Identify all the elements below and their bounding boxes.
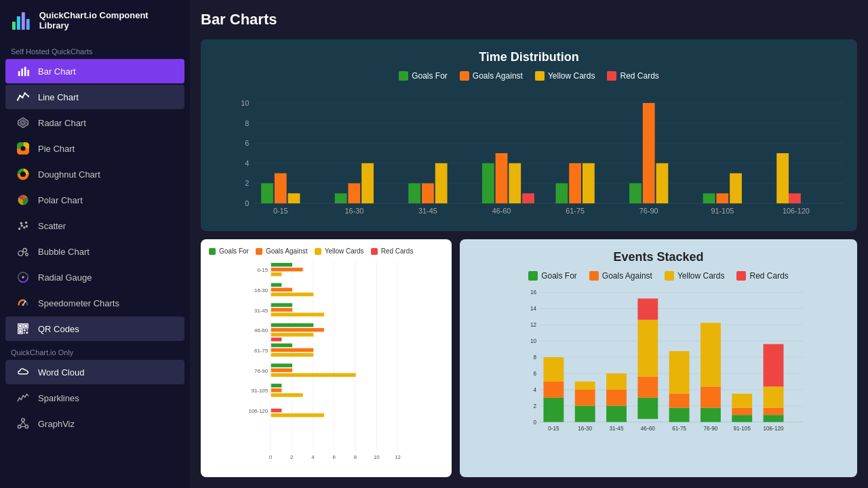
svg-text:4: 4 [311,454,315,460]
sidebar-item-graphviz[interactable]: GraphViz [5,411,184,436]
svg-rect-187 [701,408,721,422]
sidebar-item-scatter[interactable]: Scatter [5,214,184,238]
sidebar-item-radial-gauge[interactable]: Radial Gauge [5,265,184,289]
svg-text:0-15: 0-15 [257,267,268,273]
legend-item: Goals For [528,271,577,281]
legend-red-cards: Red Cards [607,71,658,81]
legend-color [256,248,262,255]
legend-color [665,271,674,281]
legend-label: Yellow Cards [548,71,595,81]
svg-text:12: 12 [530,322,537,328]
legend-color-goals-against [460,71,469,81]
svg-line-53 [23,422,26,426]
legend-yellow-cards: Yellow Cards [535,71,595,81]
sidebar-item-label: Doughnut Chart [38,169,100,180]
svg-text:12: 12 [395,454,401,460]
left-chart-legend: Goals For Goals Against Yellow Cards Red… [209,247,443,255]
right-chart-title: Events Stacked [471,250,846,264]
svg-text:2: 2 [290,454,293,460]
svg-rect-171 [575,390,595,406]
svg-text:0: 0 [269,454,273,460]
sidebar-item-pie-chart[interactable]: Pie Chart [5,136,184,161]
svg-rect-76 [422,183,434,203]
svg-rect-89 [643,103,655,203]
sidebar-item-doughnut-chart[interactable]: Doughnut Chart [5,162,184,186]
svg-rect-143 [271,393,303,396]
bubble-icon [16,245,30,258]
svg-rect-7 [27,70,29,76]
svg-text:46-60: 46-60 [492,207,511,215]
svg-text:106-120: 106-120 [783,207,810,215]
svg-text:106-120: 106-120 [763,426,784,432]
sidebar-item-label: Bar Chart [38,66,76,77]
svg-rect-46 [26,329,28,331]
svg-rect-6 [24,67,26,77]
svg-text:16: 16 [530,289,537,296]
sidebar-item-label: GraphViz [38,419,75,429]
legend-label: Yellow Cards [325,247,364,255]
svg-point-26 [20,224,23,227]
svg-text:106-120: 106-120 [248,408,268,414]
legend-item: Yellow Cards [315,247,364,255]
sidebar-item-line-chart[interactable]: Line Chart [5,85,184,109]
svg-rect-40 [19,325,22,327]
svg-rect-139 [271,373,356,376]
sidebar-item-qr-codes[interactable]: QR Codes [5,317,184,341]
legend-label: Red Cards [620,71,658,81]
svg-text:0: 0 [533,420,536,426]
svg-text:61-75: 61-75 [566,207,585,215]
legend-color-red-cards [607,71,616,81]
svg-rect-81 [509,163,521,203]
sidebar-item-speedometer[interactable]: Speedometer Charts [5,291,184,315]
cloud-icon [16,365,30,379]
radar-icon [16,116,30,129]
svg-rect-188 [701,386,721,407]
svg-rect-191 [732,415,752,422]
sidebar-item-radar-chart[interactable]: Radar Chart [5,110,184,135]
legend-color-goals-for [399,71,408,81]
top-chart-legend: Goals For Goals Against Yellow Cards Red… [214,71,844,81]
sidebar-item-bubble-chart[interactable]: Bubble Chart [5,239,184,264]
svg-text:6: 6 [333,454,336,460]
svg-rect-172 [575,382,595,390]
sidebar-item-label: QR Codes [38,324,79,334]
svg-rect-45 [24,329,26,331]
sidebar-item-word-cloud[interactable]: Word Cloud [5,360,184,384]
svg-text:6: 6 [245,139,249,147]
sidebar-item-polar-chart[interactable]: Polar Chart [5,188,184,212]
svg-rect-99 [789,193,801,203]
svg-rect-133 [271,344,292,347]
svg-point-33 [26,253,28,256]
svg-text:10: 10 [241,99,249,107]
svg-text:4: 4 [533,387,536,393]
svg-text:91-105: 91-105 [711,207,734,215]
svg-text:76-90: 76-90 [639,207,658,215]
svg-point-36 [22,276,24,279]
svg-text:8: 8 [533,354,536,361]
svg-rect-175 [606,390,627,406]
speed-icon [16,296,30,310]
svg-point-30 [26,225,28,228]
svg-rect-116 [271,263,292,266]
legend-label: Red Cards [381,247,414,255]
section1-label: Self Hosted QuickCharts [0,41,190,58]
svg-rect-93 [716,193,728,203]
svg-text:2: 2 [533,403,536,409]
sidebar-item-bar-chart[interactable]: Bar Chart [5,59,184,83]
svg-rect-126 [271,312,324,316]
sidebar-item-sparklines[interactable]: Sparklines [5,386,184,410]
bottom-row: Goals For Goals Against Yellow Cards Red… [201,239,857,477]
legend-label: Yellow Cards [677,271,725,281]
legend-label: Goals For [219,247,249,255]
svg-point-25 [18,228,21,230]
legend-item: Red Cards [371,247,414,255]
legend-label: Red Cards [749,271,788,281]
svg-rect-141 [271,384,282,387]
right-chart-svg: 0 2 4 6 8 10 12 14 16 0-15 16-30 [471,287,846,449]
svg-rect-166 [543,398,564,422]
legend-color [528,271,538,281]
svg-point-38 [22,304,24,306]
graph-icon [16,417,30,430]
svg-rect-196 [764,408,784,415]
svg-rect-120 [271,283,282,287]
